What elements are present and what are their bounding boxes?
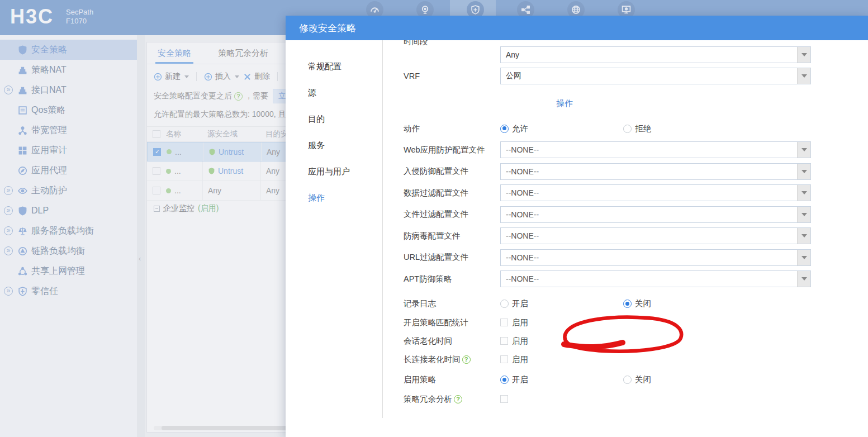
- section-heading-action: 操作: [404, 93, 811, 113]
- radio-log-off[interactable]: [623, 300, 632, 308]
- long-connection-aging-time-label: 长连接老化时间: [404, 354, 500, 365]
- policy-match-statistics-label: 开启策略匹配统计: [404, 317, 500, 328]
- help-icon[interactable]: [462, 355, 471, 364]
- dropdown-arrow-icon[interactable]: [797, 250, 810, 265]
- url-filter-profile-label: URL过滤配置文件: [404, 252, 500, 263]
- logging-label: 记录日志: [404, 298, 500, 309]
- file-filter-profile-select[interactable]: --NONE--: [500, 206, 811, 223]
- time-range-label: 时间段: [404, 40, 428, 47]
- web-app-protection-profile-label: Web应用防护配置文件: [404, 145, 500, 155]
- data-filter-profile-label: 数据过滤配置文件: [404, 188, 500, 198]
- radio-log-on[interactable]: [500, 300, 509, 308]
- antivirus-profile-select[interactable]: --NONE--: [500, 227, 811, 244]
- modal-nav-destination[interactable]: 目的: [286, 106, 382, 132]
- screen: H3C SecPath F1070 安全策略: [0, 0, 868, 437]
- radio-enable-on[interactable]: [500, 376, 509, 384]
- policy-redundancy-analysis-label: 策略冗余分析: [404, 394, 500, 405]
- vrf-select[interactable]: 公网: [500, 68, 811, 84]
- url-filter-profile-select[interactable]: --NONE--: [500, 249, 811, 266]
- antivirus-profile-label: 防病毒配置文件: [404, 231, 500, 241]
- long-connection-aging-time-checkbox[interactable]: [500, 355, 508, 363]
- web-app-protection-profile-select[interactable]: --NONE--: [500, 141, 811, 158]
- modal-nav-app-and-user[interactable]: 应用与用户: [286, 159, 382, 185]
- file-filter-profile-label: 文件过滤配置文件: [404, 209, 500, 220]
- modal-nav-service[interactable]: 服务: [286, 132, 382, 159]
- action-label: 动作: [404, 124, 500, 134]
- data-filter-profile-select[interactable]: --NONE--: [500, 184, 811, 201]
- dropdown-arrow-icon[interactable]: [797, 142, 810, 158]
- dropdown-arrow-icon[interactable]: [797, 228, 810, 244]
- dropdown-arrow-icon[interactable]: [797, 164, 810, 179]
- radio-enable-off[interactable]: [623, 376, 632, 384]
- policy-match-statistics-checkbox[interactable]: [500, 319, 508, 326]
- help-icon[interactable]: [454, 395, 462, 403]
- modal-title-bar[interactable]: 修改安全策略: [286, 16, 868, 40]
- session-aging-time-label: 会话老化时间: [404, 336, 500, 346]
- dropdown-arrow-icon[interactable]: [797, 68, 810, 84]
- session-aging-time-checkbox[interactable]: [500, 337, 508, 345]
- apt-defense-policy-label: APT防御策略: [404, 274, 500, 284]
- ips-profile-label: 入侵防御配置文件: [404, 166, 500, 177]
- modal-body: 常规配置 源 目的 服务 应用与用户 操作 时间段 Any VRF: [286, 40, 868, 437]
- dropdown-arrow-icon[interactable]: [797, 185, 810, 201]
- modal-nav: 常规配置 源 目的 服务 应用与用户 操作: [286, 54, 382, 211]
- apt-defense-policy-select[interactable]: --NONE--: [500, 270, 811, 287]
- modal-title: 修改安全策略: [299, 22, 356, 35]
- time-range-select[interactable]: Any: [500, 46, 811, 63]
- radio-deny[interactable]: [623, 125, 632, 133]
- policy-redundancy-analysis-checkbox[interactable]: [500, 395, 508, 403]
- modal-nav-general[interactable]: 常规配置: [286, 54, 382, 80]
- vrf-label: VRF: [404, 72, 500, 80]
- modal-nav-source[interactable]: 源: [286, 80, 382, 106]
- modal-nav-action[interactable]: 操作: [286, 185, 382, 211]
- enable-policy-label: 启用策略: [404, 374, 500, 385]
- radio-allow[interactable]: [500, 125, 509, 133]
- ips-profile-select[interactable]: --NONE--: [500, 163, 811, 180]
- modal-edit-security-policy: 修改安全策略 常规配置 源 目的 服务 应用与用户 操作 时间段 Any: [286, 16, 868, 437]
- dropdown-arrow-icon[interactable]: [797, 47, 810, 63]
- dropdown-arrow-icon[interactable]: [797, 271, 810, 287]
- dropdown-arrow-icon[interactable]: [797, 207, 810, 222]
- modal-form: 时间段 Any VRF 公网 操作: [383, 40, 868, 437]
